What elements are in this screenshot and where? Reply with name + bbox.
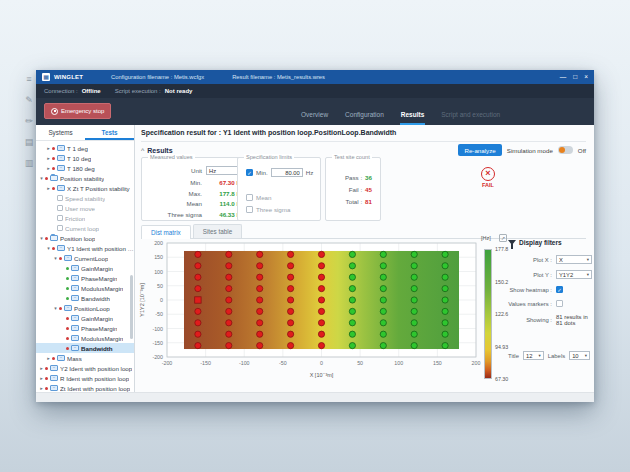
site-marker[interactable] [318, 251, 324, 257]
site-marker[interactable] [226, 263, 232, 269]
expander-icon[interactable]: ▾ [38, 235, 45, 241]
expander-icon[interactable]: ▾ [52, 255, 59, 261]
spec-three-sigma-checkbox[interactable] [246, 206, 253, 213]
tree-item[interactable]: ▸~Y2 Ident with position loop [36, 363, 134, 373]
tree-item[interactable]: ▸~T 180 deg [36, 163, 134, 173]
site-marker[interactable] [349, 331, 355, 337]
site-marker[interactable] [257, 274, 263, 280]
site-marker[interactable] [380, 286, 386, 292]
expand-chart-icon[interactable]: ↗ [499, 234, 507, 242]
site-marker[interactable] [411, 286, 417, 292]
tree-item[interactable]: ~Bandwidth [36, 293, 134, 303]
site-marker[interactable] [226, 331, 232, 337]
site-marker[interactable] [195, 263, 201, 269]
expander-icon[interactable]: ▸ [45, 355, 52, 361]
site-marker[interactable] [226, 251, 232, 257]
labels-size-select[interactable]: 10 ▾ [569, 351, 590, 360]
expander-icon[interactable]: ▸ [38, 385, 45, 391]
tree-item[interactable]: ▸~Zt Ident with position loop [36, 383, 134, 392]
site-marker[interactable] [349, 320, 355, 326]
site-marker[interactable] [195, 320, 201, 326]
site-marker[interactable] [226, 308, 232, 314]
simulation-mode-toggle[interactable] [558, 146, 573, 154]
site-marker[interactable] [349, 297, 355, 303]
site-marker[interactable] [195, 343, 201, 349]
site-marker[interactable] [226, 286, 232, 292]
site-marker[interactable] [195, 274, 201, 280]
sidebar-tab-systems[interactable]: Systems [36, 125, 85, 140]
close-icon[interactable]: × [584, 70, 588, 84]
expander-icon[interactable]: ▸ [45, 165, 52, 171]
plot-x-select[interactable]: X ▾ [556, 255, 592, 264]
main-tab-script-and-execution[interactable]: Script and execution [440, 107, 501, 125]
site-marker[interactable] [288, 263, 294, 269]
tree-item[interactable]: ▸~R Ident with position loop [36, 373, 134, 383]
site-marker[interactable] [380, 308, 386, 314]
site-marker[interactable] [349, 274, 355, 280]
site-marker[interactable] [349, 263, 355, 269]
site-marker[interactable] [380, 263, 386, 269]
site-marker[interactable] [318, 308, 324, 314]
sidebar-tab-tests[interactable]: Tests [85, 125, 134, 140]
site-marker[interactable] [257, 320, 263, 326]
tree-item[interactable]: ▸~T 1 deg [36, 143, 134, 153]
plot-y-select[interactable]: Y1Y2 ▾ [556, 270, 592, 279]
site-marker[interactable] [195, 251, 201, 257]
doc-icon[interactable]: ▤ [22, 137, 36, 147]
site-marker[interactable] [442, 297, 448, 303]
tree-item[interactable]: ~GainMargin [36, 313, 134, 323]
pen-icon[interactable]: ✏ [22, 116, 36, 126]
site-marker[interactable] [226, 274, 232, 280]
site-marker[interactable] [411, 274, 417, 280]
site-marker[interactable] [411, 343, 417, 349]
site-marker[interactable] [257, 263, 263, 269]
site-marker[interactable] [195, 308, 201, 314]
site-marker[interactable] [257, 331, 263, 337]
site-marker[interactable] [380, 343, 386, 349]
site-marker[interactable] [411, 297, 417, 303]
tree-item[interactable]: ▾~CurrentLoop [36, 253, 134, 263]
tree-item[interactable]: ▾~Y1 Ident with position loop [36, 243, 134, 253]
sidebar-scrollbar[interactable] [130, 275, 133, 339]
site-marker[interactable] [288, 320, 294, 326]
site-marker[interactable] [257, 251, 263, 257]
main-tab-results[interactable]: Results [400, 107, 425, 125]
collapse-chevron-icon[interactable]: ^ [141, 147, 144, 154]
site-marker[interactable] [257, 343, 263, 349]
view-tab-sites-table[interactable]: Sites table [193, 224, 242, 238]
site-marker[interactable] [288, 274, 294, 280]
site-marker[interactable] [411, 263, 417, 269]
site-marker[interactable] [226, 320, 232, 326]
tree-item[interactable]: Speed stability [36, 193, 134, 203]
emergency-stop-button[interactable]: Emergency stop [44, 103, 111, 119]
site-marker[interactable] [380, 251, 386, 257]
site-marker-selected[interactable] [195, 297, 201, 303]
maximize-icon[interactable]: □ [573, 70, 577, 84]
site-marker[interactable] [380, 297, 386, 303]
spec-min-input[interactable] [271, 168, 303, 177]
tree-item[interactable]: ▾Position stability [36, 173, 134, 183]
site-marker[interactable] [318, 343, 324, 349]
site-marker[interactable] [442, 320, 448, 326]
site-marker[interactable] [318, 286, 324, 292]
site-marker[interactable] [349, 343, 355, 349]
edit-icon[interactable]: ✎ [22, 95, 36, 105]
site-marker[interactable] [411, 308, 417, 314]
site-marker[interactable] [257, 286, 263, 292]
site-marker[interactable] [411, 331, 417, 337]
site-marker[interactable] [349, 286, 355, 292]
site-marker[interactable] [442, 343, 448, 349]
tree-item[interactable]: Friction [36, 213, 134, 223]
tree-item[interactable]: ~ModulusMargin [36, 333, 134, 343]
tree-item[interactable]: ▾Position loop [36, 233, 134, 243]
site-marker[interactable] [288, 297, 294, 303]
reanalyze-button[interactable]: Re-analyze [458, 144, 501, 156]
site-marker[interactable] [380, 274, 386, 280]
tree-item[interactable]: ~PhaseMargin [36, 273, 134, 283]
site-marker[interactable] [318, 274, 324, 280]
expander-icon[interactable]: ▸ [45, 145, 52, 151]
expander-icon[interactable]: ▸ [38, 375, 45, 381]
spec-mean-checkbox[interactable] [246, 194, 253, 201]
tree-item[interactable]: ▸~X Zt T Position stability [36, 183, 134, 193]
site-marker[interactable] [442, 251, 448, 257]
